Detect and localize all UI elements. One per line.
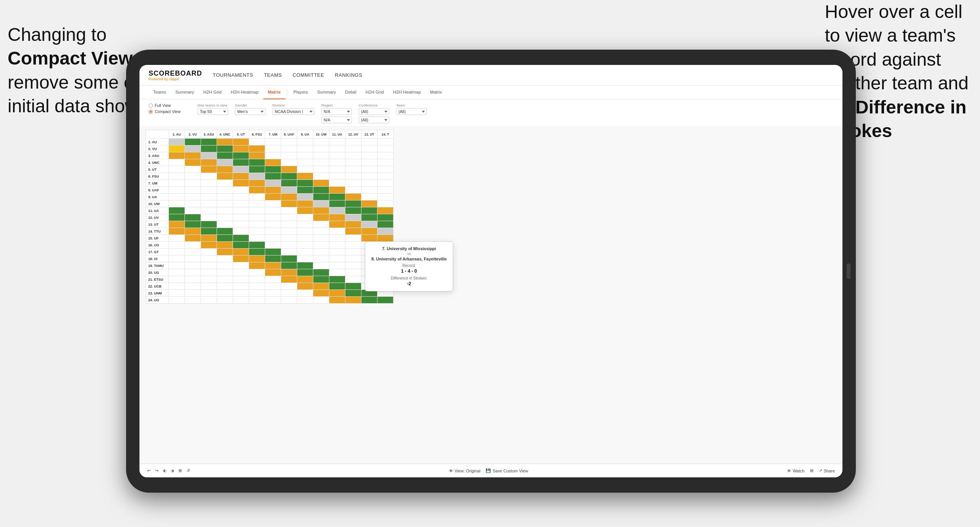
- table-row[interactable]: [249, 180, 265, 187]
- table-row[interactable]: [281, 194, 297, 200]
- table-row[interactable]: [361, 139, 377, 145]
- compact-view-radio[interactable]: Compact View: [149, 109, 191, 114]
- view-original-button[interactable]: 👁 View: Original: [449, 469, 481, 473]
- tab-summary-teams[interactable]: Summary: [171, 86, 199, 99]
- table-row[interactable]: [313, 249, 329, 255]
- table-row[interactable]: [377, 180, 394, 187]
- table-row[interactable]: [361, 145, 377, 152]
- table-row[interactable]: [201, 221, 217, 228]
- table-row[interactable]: [329, 221, 345, 228]
- table-row[interactable]: [377, 152, 394, 159]
- table-row[interactable]: [233, 290, 249, 297]
- table-row[interactable]: [281, 276, 297, 283]
- table-row[interactable]: [217, 255, 233, 262]
- table-row[interactable]: [329, 159, 345, 166]
- table-row[interactable]: [233, 249, 249, 255]
- table-row[interactable]: [233, 297, 249, 304]
- table-row[interactable]: [185, 207, 201, 214]
- gender-select[interactable]: Men's: [235, 108, 266, 115]
- table-row[interactable]: [345, 194, 361, 200]
- table-row[interactable]: [201, 159, 217, 166]
- table-row[interactable]: [377, 297, 394, 304]
- table-row[interactable]: [169, 139, 185, 145]
- table-row[interactable]: [265, 249, 281, 255]
- table-row[interactable]: [185, 255, 201, 262]
- table-row[interactable]: [169, 283, 185, 290]
- table-row[interactable]: [265, 290, 281, 297]
- table-row[interactable]: [185, 166, 201, 173]
- table-row[interactable]: [169, 269, 185, 276]
- table-row[interactable]: [233, 200, 249, 207]
- table-row[interactable]: [297, 173, 313, 180]
- table-row[interactable]: [313, 214, 329, 221]
- table-row[interactable]: [169, 173, 185, 180]
- table-row[interactable]: [297, 214, 313, 221]
- table-row[interactable]: [313, 228, 329, 235]
- table-row[interactable]: [297, 145, 313, 152]
- table-row[interactable]: [361, 207, 377, 214]
- table-row[interactable]: [265, 283, 281, 290]
- table-row[interactable]: [281, 297, 297, 304]
- table-row[interactable]: [169, 228, 185, 235]
- table-row[interactable]: [169, 207, 185, 214]
- table-row[interactable]: [361, 235, 377, 242]
- table-row[interactable]: [377, 159, 394, 166]
- table-row[interactable]: [313, 173, 329, 180]
- table-row[interactable]: [233, 214, 249, 221]
- division-select[interactable]: NCAA Division I: [272, 108, 314, 115]
- table-row[interactable]: [249, 194, 265, 200]
- table-row[interactable]: [297, 200, 313, 207]
- table-row[interactable]: [169, 180, 185, 187]
- table-row[interactable]: [313, 166, 329, 173]
- table-row[interactable]: [169, 255, 185, 262]
- table-row[interactable]: [265, 255, 281, 262]
- table-row[interactable]: [201, 235, 217, 242]
- table-row[interactable]: [297, 255, 313, 262]
- table-row[interactable]: [345, 242, 361, 249]
- table-row[interactable]: [233, 139, 249, 145]
- table-row[interactable]: [281, 145, 297, 152]
- table-row[interactable]: [201, 214, 217, 221]
- table-row[interactable]: [361, 173, 377, 180]
- table-row[interactable]: [329, 276, 345, 283]
- table-row[interactable]: [345, 200, 361, 207]
- table-row[interactable]: [265, 200, 281, 207]
- nav-rankings[interactable]: RANKINGS: [335, 72, 362, 78]
- table-row[interactable]: [249, 276, 265, 283]
- tab-h2h-grid-players[interactable]: H2H Grid: [361, 86, 389, 99]
- table-row[interactable]: [313, 290, 329, 297]
- table-row[interactable]: [329, 255, 345, 262]
- table-row[interactable]: [313, 262, 329, 269]
- watch-button[interactable]: 👁 Watch: [787, 469, 805, 473]
- tool2-button[interactable]: ⬗: [171, 468, 174, 473]
- full-view-radio[interactable]: Full View: [149, 103, 191, 108]
- table-row[interactable]: [297, 249, 313, 255]
- table-row[interactable]: [297, 283, 313, 290]
- table-row[interactable]: [361, 187, 377, 194]
- table-row[interactable]: [281, 235, 297, 242]
- table-row[interactable]: [169, 276, 185, 283]
- table-row[interactable]: [297, 262, 313, 269]
- table-row[interactable]: [313, 276, 329, 283]
- tool3-button[interactable]: ⊞: [178, 468, 182, 473]
- tab-matrix-teams[interactable]: Matrix: [263, 86, 285, 99]
- table-row[interactable]: [169, 159, 185, 166]
- table-row[interactable]: [169, 262, 185, 269]
- table-row[interactable]: [201, 255, 217, 262]
- table-row[interactable]: [249, 262, 265, 269]
- table-row[interactable]: [217, 200, 233, 207]
- table-row[interactable]: [265, 221, 281, 228]
- table-row[interactable]: [345, 262, 361, 269]
- table-row[interactable]: [361, 297, 377, 304]
- table-row[interactable]: [233, 269, 249, 276]
- table-row[interactable]: [249, 242, 265, 249]
- table-row[interactable]: [329, 269, 345, 276]
- table-row[interactable]: [201, 290, 217, 297]
- table-row[interactable]: [185, 187, 201, 194]
- table-row[interactable]: [313, 242, 329, 249]
- table-row[interactable]: [217, 221, 233, 228]
- table-row[interactable]: [313, 200, 329, 207]
- table-row[interactable]: [329, 290, 345, 297]
- table-row[interactable]: [361, 200, 377, 207]
- table-row[interactable]: [169, 235, 185, 242]
